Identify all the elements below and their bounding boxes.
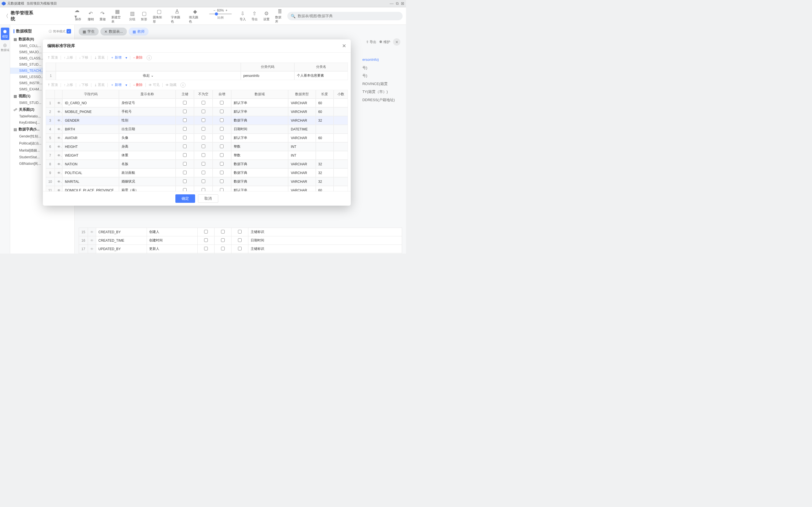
cell-dec[interactable] (334, 168, 348, 177)
cell-name[interactable]: 体重 (119, 151, 175, 160)
cell-name[interactable]: 婚姻状况 (119, 177, 175, 186)
cell-nn[interactable] (194, 186, 213, 191)
cell-name[interactable]: 手机号 (119, 107, 175, 116)
cell-type[interactable]: VARCHAR (288, 186, 315, 191)
cell-type[interactable]: VARCHAR (288, 99, 315, 107)
field-row[interactable]: 6👁HEIGHT身高整数INT (46, 142, 348, 151)
cell-len[interactable]: 32 (316, 160, 334, 168)
cell-len[interactable]: 60 (316, 186, 334, 191)
cell-code[interactable]: DOMICILE_PLACE_PROVINCE (62, 186, 119, 191)
zoom-control[interactable]: −60%+ 比例 (209, 8, 232, 24)
cell-len[interactable] (316, 142, 334, 151)
visibility-icon[interactable]: 👁 (55, 186, 62, 191)
cell-pk[interactable] (175, 142, 194, 151)
cell-len[interactable]: 60 (316, 107, 334, 116)
visibility-icon[interactable]: 👁 (55, 107, 62, 116)
cell-nn[interactable] (194, 168, 213, 177)
collapse-toggle[interactable]: 收起 ⌄ (56, 71, 241, 80)
cell-code[interactable]: GENDER (62, 116, 119, 125)
zoom-in-icon[interactable]: + (225, 8, 227, 12)
cell-domain[interactable]: 数据字典 (231, 116, 289, 125)
cell-nn[interactable] (194, 125, 213, 133)
cell-ai[interactable] (213, 99, 231, 107)
cell-name[interactable]: 头像 (119, 133, 175, 142)
cell-type[interactable]: INT (288, 142, 315, 151)
cell-domain[interactable]: 整数 (231, 142, 289, 151)
newtable-button[interactable]: ▦新建空表 (109, 8, 126, 24)
cell-len[interactable]: 32 (316, 177, 334, 186)
cell-type[interactable]: DATETIME (288, 125, 315, 133)
cell-len[interactable]: 60 (316, 99, 334, 107)
visibility-icon[interactable]: 👁 (55, 177, 62, 186)
close-icon[interactable]: ⊠ (401, 1, 404, 6)
cell-ai[interactable] (213, 177, 231, 186)
field-row[interactable]: 8👁NATION名族数据字典VARCHAR32 (46, 160, 348, 168)
cell-ai[interactable] (213, 133, 231, 142)
cell-type[interactable]: VARCHAR (288, 177, 315, 186)
modal-close-icon[interactable]: ✕ (342, 43, 346, 49)
cell-dec[interactable] (334, 177, 348, 186)
cell-domain[interactable]: 数据字典 (231, 160, 289, 168)
cell-domain[interactable]: 日期时间 (231, 125, 289, 133)
cell-nn[interactable] (194, 151, 213, 160)
field-row[interactable]: 7👁WEIGHT体重整数INT (46, 151, 348, 160)
search-input[interactable]: 🔍 (287, 12, 403, 20)
roundrect-button[interactable]: ▢圆角矩形 (150, 8, 168, 24)
database-button[interactable]: ≣数据库 (272, 8, 287, 24)
cell-name[interactable]: 名族 (119, 160, 175, 168)
field-row[interactable]: 11👁DOMICILE_PLACE_PROVINCE籍贯（省）默认字串VARCH… (46, 186, 348, 191)
cell-code[interactable]: MARITAL (62, 177, 119, 186)
maximize-icon[interactable]: ⧉ (396, 1, 399, 6)
add-button[interactable]: ＋新增 (109, 54, 123, 61)
cell-domain[interactable]: 默认字串 (231, 133, 289, 142)
save-button[interactable]: ☁︎▾保存 (71, 8, 85, 24)
cell-code[interactable]: AVATAR (62, 133, 119, 142)
cell-ai[interactable] (213, 186, 231, 191)
cell-type[interactable]: VARCHAR (288, 116, 315, 125)
cell-pk[interactable] (175, 107, 194, 116)
cell-ai[interactable] (213, 107, 231, 116)
search-field[interactable] (298, 14, 399, 18)
cell-nn[interactable] (194, 142, 213, 151)
cancel-button[interactable]: 取消 (198, 194, 218, 203)
field-row[interactable]: 5👁AVATAR头像默认字串VARCHAR60 (46, 133, 348, 142)
cell-len[interactable]: 32 (316, 168, 334, 177)
add-dropdown-icon[interactable]: ▾ (124, 55, 129, 61)
cell-len[interactable] (316, 151, 334, 160)
visibility-icon[interactable]: 👁 (55, 142, 62, 151)
cell-nn[interactable] (194, 116, 213, 125)
cell-dec[interactable] (334, 125, 348, 133)
cell-nn[interactable] (194, 107, 213, 116)
cell-pk[interactable] (175, 151, 194, 160)
cell-dec[interactable] (334, 116, 348, 125)
rect-button[interactable]: ▢矩形 (138, 8, 150, 24)
visibility-icon[interactable]: 👁 (55, 125, 62, 133)
cell-code[interactable]: BIRTH (62, 125, 119, 133)
cell-type[interactable]: VARCHAR (288, 160, 315, 168)
cell-len[interactable]: 32 (316, 116, 334, 125)
cell-name[interactable]: 政治面貌 (119, 168, 175, 177)
zoom-slider[interactable] (209, 13, 232, 14)
cell-nn[interactable] (194, 99, 213, 107)
field-row[interactable]: 1👁ID_CARD_NO身份证号默认字串VARCHAR60 (46, 99, 348, 107)
cell-name[interactable]: 出生日期 (119, 125, 175, 133)
minimize-icon[interactable]: — (390, 1, 394, 6)
settings-button[interactable]: ⚙设置 (260, 8, 272, 24)
cell-name[interactable]: 身份证号 (119, 99, 175, 107)
cell-code[interactable]: POLITICAL (62, 168, 119, 177)
field-row[interactable]: 4👁BIRTH出生日期日期时间DATETIME (46, 125, 348, 133)
cell-dec[interactable] (334, 133, 348, 142)
field-row[interactable]: 10👁MARITAL婚姻状况数据字典VARCHAR32 (46, 177, 348, 186)
cell-dec[interactable] (334, 142, 348, 151)
cell-domain[interactable]: 数据字典 (231, 177, 289, 186)
field-row[interactable]: 9👁POLITICAL政治面貌数据字典VARCHAR32 (46, 168, 348, 177)
cell-ai[interactable] (213, 160, 231, 168)
cell-type[interactable]: VARCHAR (288, 133, 315, 142)
cell-domain[interactable]: 整数 (231, 151, 289, 160)
cell-type[interactable]: VARCHAR (288, 168, 315, 177)
cell-domain[interactable]: 默认字串 (231, 107, 289, 116)
field-row[interactable]: 3👁GENDER性别数据字典VARCHAR32 (46, 116, 348, 125)
fillcolor-button[interactable]: ◆填充颜色 (186, 8, 204, 24)
cell-pk[interactable] (175, 133, 194, 142)
cell-pk[interactable] (175, 177, 194, 186)
